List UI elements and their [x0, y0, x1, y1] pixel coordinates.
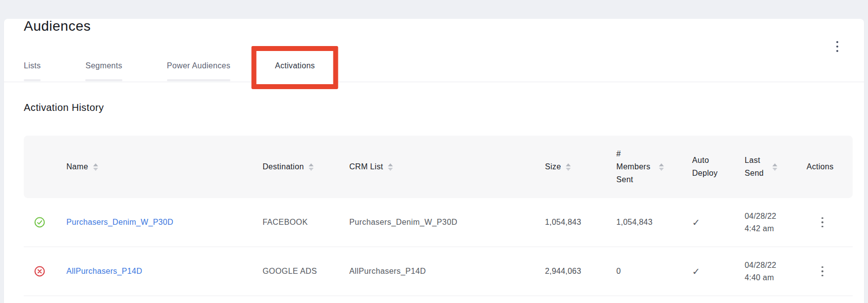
check-circle-icon	[34, 217, 45, 228]
x-circle-icon	[34, 266, 45, 277]
column-label: # Members Sent	[616, 148, 654, 186]
tab-underline	[85, 79, 122, 81]
sort-icon[interactable]	[772, 163, 777, 171]
column-header-crm-list: CRM List	[349, 160, 545, 173]
column-header-members-sent: # Members Sent	[616, 148, 692, 186]
table-row: Purchasers_Denim_W_P30D FACEBOOK Purchas…	[24, 198, 853, 247]
column-label: CRM List	[349, 160, 383, 173]
column-label: Name	[66, 160, 88, 173]
tab-label: Activations	[275, 61, 315, 70]
row-kebab-menu-icon[interactable]	[815, 261, 829, 281]
tab-label: Segments	[85, 61, 122, 70]
members-sent-cell: 1,054,843	[616, 218, 692, 227]
column-label: Last Send	[745, 154, 767, 180]
sort-icon[interactable]	[309, 163, 314, 171]
crm-list-cell: AllPurchasers_P14D	[349, 267, 545, 276]
kebab-menu-icon[interactable]	[828, 37, 846, 56]
kebab-dot	[836, 46, 838, 48]
column-header-actions: Actions	[807, 160, 853, 173]
tab-label: Power Audiences	[167, 61, 230, 70]
row-kebab-menu-icon[interactable]	[815, 212, 829, 232]
table-header-row: Name Destination CRM List Size # Members…	[24, 136, 853, 198]
audiences-panel: Audiences Lists Segments Power Audiences…	[4, 19, 864, 303]
section-heading: Activation History	[24, 102, 864, 113]
tab-underline	[24, 79, 41, 81]
activation-name-link[interactable]: AllPurchasers_P14D	[66, 267, 142, 275]
column-header-auto-deploy: Auto Deploy	[692, 154, 745, 180]
activation-name-link[interactable]: Purchasers_Denim_W_P30D	[66, 218, 173, 226]
tab-activations[interactable]: Activations	[275, 61, 315, 82]
tab-lists[interactable]: Lists	[24, 61, 41, 82]
sort-icon[interactable]	[388, 163, 393, 171]
destination-cell: GOOGLE ADS	[263, 267, 349, 276]
name-cell: Purchasers_Denim_W_P30D	[66, 218, 263, 227]
crm-list-cell: Purchasers_Denim_W_P30D	[349, 218, 545, 227]
column-label: Destination	[263, 160, 304, 173]
column-header-destination: Destination	[263, 160, 349, 173]
tab-label: Lists	[24, 61, 41, 70]
tab-active-underline	[275, 80, 315, 81]
kebab-dot	[821, 217, 823, 219]
kebab-dot	[821, 221, 823, 223]
sort-icon[interactable]	[566, 163, 571, 171]
kebab-dot	[821, 275, 823, 277]
kebab-dot	[836, 41, 838, 43]
kebab-dot	[821, 266, 823, 268]
auto-deploy-check-icon: ✓	[692, 217, 745, 228]
status-cell	[24, 266, 66, 277]
actions-cell	[807, 261, 853, 281]
auto-deploy-check-icon: ✓	[692, 266, 745, 277]
column-label: Size	[545, 160, 561, 173]
column-label: Actions	[807, 160, 834, 173]
size-cell: 1,054,843	[545, 218, 616, 227]
last-send-time: 4:40 am	[745, 271, 807, 284]
column-label: Auto Deploy	[692, 154, 721, 180]
kebab-dot	[836, 50, 838, 52]
tab-underline	[167, 79, 230, 81]
kebab-dot	[821, 270, 823, 272]
page-title: Audiences	[24, 19, 864, 34]
sort-icon[interactable]	[659, 163, 664, 171]
column-header-last-send: Last Send	[745, 154, 807, 180]
actions-cell	[807, 212, 853, 232]
last-send-date: 04/28/22	[745, 259, 807, 271]
activation-history-table: Name Destination CRM List Size # Members…	[24, 136, 853, 296]
tab-segments[interactable]: Segments	[85, 61, 122, 82]
members-sent-cell: 0	[616, 267, 692, 276]
status-cell	[24, 217, 66, 228]
kebab-dot	[821, 226, 823, 228]
table-row: AllPurchasers_P14D GOOGLE ADS AllPurchas…	[24, 247, 853, 296]
size-cell: 2,944,063	[545, 267, 616, 276]
last-send-cell: 04/28/22 4:40 am	[745, 259, 807, 284]
column-header-name: Name	[66, 160, 263, 173]
column-header-size: Size	[545, 160, 616, 173]
name-cell: AllPurchasers_P14D	[66, 267, 263, 276]
sort-icon[interactable]	[93, 163, 98, 171]
tab-power-audiences[interactable]: Power Audiences	[167, 61, 230, 82]
last-send-time: 4:42 am	[745, 222, 807, 235]
tab-bar: Lists Segments Power Audiences Activatio…	[4, 61, 864, 82]
last-send-cell: 04/28/22 4:42 am	[745, 210, 807, 235]
destination-cell: FACEBOOK	[263, 218, 349, 227]
last-send-date: 04/28/22	[745, 210, 807, 222]
